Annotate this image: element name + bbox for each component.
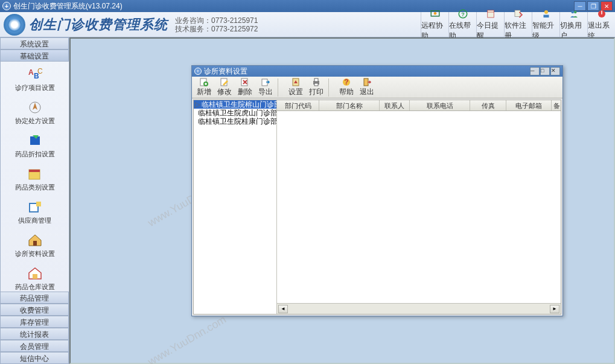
tool-exit[interactable]: 退出系统: [587, 12, 615, 37]
svg-rect-4: [487, 10, 494, 18]
watermark-3: www.YuuDnn.com: [146, 313, 229, 364]
sidebar-item-supplier[interactable]: 供应商管理: [1, 197, 69, 230]
delete-icon: [240, 77, 250, 87]
tool-today-remind[interactable]: 今日提醒: [476, 12, 504, 37]
clinic-dialog: 诊所资料设置 ─ □ ✕ 新增 修改 删除 导出 设置 打印 ?帮助 退出: [191, 65, 563, 316]
sidebar-header-member[interactable]: 会员管理: [0, 340, 69, 352]
tool-online-help[interactable]: ?在线帮助: [448, 12, 476, 37]
dialog-content: ▷临桂镇卫生院榕山门诊部 临桂镇卫生院虎山门诊部 临桂镇卫生院桂康门诊部 部门代…: [193, 100, 561, 315]
toolbar-separator-2: [328, 78, 334, 97]
contact-line1: 业务咨询：0773-2125971: [175, 16, 258, 25]
svg-rect-19: [29, 170, 40, 172]
tb-edit[interactable]: 修改: [215, 77, 234, 98]
grid-area: 部门代码 部门名称 联系人 联系电话 传真 电子邮箱 备 ◄ ►: [277, 100, 561, 314]
sidebar-header-basic[interactable]: 基础设置: [0, 49, 69, 62]
tool-upgrade[interactable]: 智能升级: [532, 12, 559, 37]
col-email[interactable]: 电子邮箱: [506, 100, 552, 110]
svg-rect-8: [543, 14, 549, 18]
tb-help[interactable]: ?帮助: [337, 77, 356, 98]
svg-text:?: ?: [461, 11, 465, 17]
col-fax[interactable]: 传真: [470, 100, 506, 110]
compass-icon: [25, 100, 45, 115]
exit-icon: [596, 8, 608, 19]
exit-icon-2: [362, 77, 372, 87]
discount-icon: [25, 133, 45, 148]
svg-rect-23: [33, 274, 37, 279]
svg-rect-12: [601, 10, 602, 14]
sidebar-header-drug[interactable]: 药品管理: [0, 292, 69, 304]
grid-header: 部门代码 部门名称 联系人 联系电话 传真 电子邮箱 备: [277, 100, 561, 111]
dialog-maximize[interactable]: □: [540, 67, 550, 75]
sidebar-header-report[interactable]: 统计报表: [0, 328, 69, 340]
window-title: 创生门诊收费管理系统(v13.07.24): [13, 1, 123, 11]
col-dept-name[interactable]: 部门名称: [319, 100, 380, 110]
tool-remote-assist[interactable]: 远程协助: [421, 12, 448, 37]
sidebar: 系统设置 基础设置 ABC诊疗项目设置 协定处方设置 药品折扣设置 药品类别设置…: [0, 37, 69, 364]
scroll-right-button[interactable]: ►: [550, 305, 559, 313]
workspace: 系统设置 基础设置 ABC诊疗项目设置 协定处方设置 药品折扣设置 药品类别设置…: [0, 37, 615, 364]
scroll-left-button[interactable]: ◄: [278, 305, 288, 313]
svg-rect-6: [515, 10, 520, 17]
export-icon: [261, 77, 270, 87]
sidebar-item-discount[interactable]: 药品折扣设置: [1, 130, 69, 164]
col-contact[interactable]: 联系人: [380, 100, 410, 110]
dialog-icon: [194, 68, 202, 75]
svg-point-7: [544, 10, 548, 14]
tool-register[interactable]: 软件注册: [504, 12, 532, 37]
grid-hscroll[interactable]: ◄ ►: [277, 303, 561, 314]
svg-text:C: C: [37, 67, 43, 75]
tb-delete[interactable]: 删除: [235, 77, 255, 98]
settings-icon: [291, 77, 301, 87]
add-icon: [199, 77, 209, 87]
sidebar-header-system[interactable]: 系统设置: [0, 37, 69, 49]
svg-text:?: ?: [344, 78, 348, 86]
svg-text:A: A: [28, 68, 34, 77]
tb-settings[interactable]: 设置: [286, 77, 305, 98]
svg-rect-33: [314, 78, 318, 81]
tb-export[interactable]: 导出: [256, 77, 275, 98]
app-icon: [2, 2, 11, 10]
col-dept-code[interactable]: 部门代码: [277, 100, 319, 110]
warehouse-icon: [25, 266, 45, 281]
dialog-titlebar: 诊所资料设置 ─ □ ✕: [192, 66, 562, 77]
abc-icon: ABC: [25, 66, 45, 82]
sidebar-header-stock[interactable]: 库存管理: [0, 316, 69, 328]
clinic-icon: [25, 232, 45, 248]
upgrade-icon: [540, 8, 552, 19]
sidebar-item-category[interactable]: 药品类别设置: [1, 164, 69, 197]
tb-exit[interactable]: 退出: [357, 77, 377, 98]
grid-body[interactable]: [277, 111, 561, 303]
top-tools: 远程协助 ?在线帮助 今日提醒 软件注册 智能升级 切换用户 退出系统: [421, 12, 615, 37]
svg-point-9: [571, 10, 574, 13]
tb-add[interactable]: 新增: [194, 77, 214, 98]
remind-icon: [485, 8, 497, 19]
sidebar-header-sms[interactable]: 短信中心: [0, 352, 69, 364]
dialog-close[interactable]: ✕: [550, 67, 560, 75]
dialog-title-text: 诊所资料设置: [204, 66, 247, 77]
contact-line2: 技术服务：0773-2125972: [175, 25, 258, 33]
tree-item[interactable]: 临桂镇卫生院桂康门诊部: [194, 117, 276, 126]
col-phone[interactable]: 联系电话: [410, 100, 470, 110]
svg-rect-37: [364, 78, 368, 86]
switch-user-icon: [568, 8, 580, 19]
sidebar-item-warehouse[interactable]: 药品仓库设置: [1, 263, 69, 292]
clinic-tree[interactable]: ▷临桂镇卫生院榕山门诊部 临桂镇卫生院虎山门诊部 临桂镇卫生院桂康门诊部: [194, 100, 277, 314]
sidebar-items: ABC诊疗项目设置 协定处方设置 药品折扣设置 药品类别设置 供应商管理 诊所资…: [0, 62, 69, 292]
col-remark[interactable]: 备: [552, 100, 561, 110]
toolbar-separator: [278, 78, 284, 97]
tb-print[interactable]: 打印: [307, 77, 326, 98]
tool-switch-user[interactable]: 切换用户: [559, 12, 587, 37]
main-area: www.YuuDnn.com www.YuuDnn.com www.YuuDnn…: [69, 37, 615, 364]
supplier-icon: [25, 199, 45, 215]
dialog-toolbar: 新增 修改 删除 导出 设置 打印 ?帮助 退出: [192, 77, 562, 98]
svg-rect-22: [33, 241, 37, 246]
sidebar-header-charge[interactable]: 收费管理: [0, 304, 69, 316]
remote-icon: [429, 8, 441, 19]
sidebar-item-prescription[interactable]: 协定处方设置: [1, 97, 69, 130]
sidebar-item-clinic[interactable]: 诊所资料设置: [1, 230, 69, 263]
logo-icon: [4, 14, 25, 36]
register-icon: [512, 8, 524, 19]
dialog-minimize[interactable]: ─: [530, 67, 540, 75]
sidebar-item-treatment[interactable]: ABC诊疗项目设置: [1, 64, 69, 97]
scroll-track[interactable]: [288, 305, 550, 313]
